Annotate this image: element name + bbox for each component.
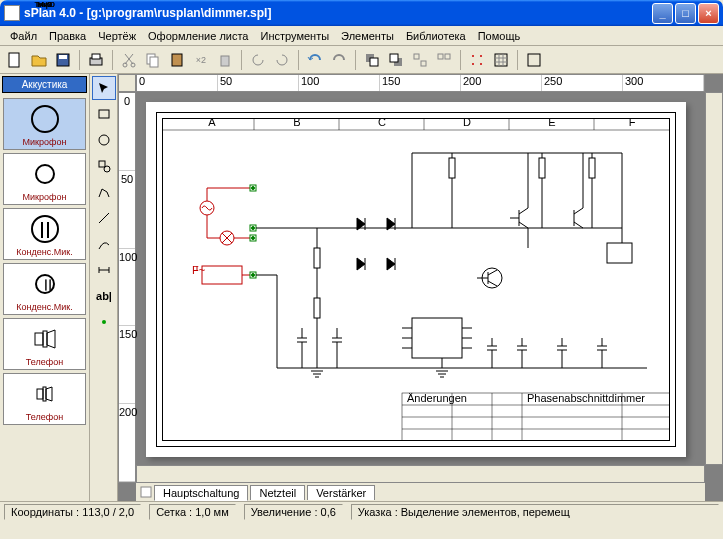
svg-line-37 — [99, 213, 109, 223]
component-item[interactable]: Мк0 Конденс.Мик. — [3, 208, 86, 260]
svg-rect-162 — [141, 487, 151, 497]
scrollbar-horizontal[interactable] — [136, 465, 705, 483]
svg-rect-0 — [9, 53, 19, 67]
ruler-horizontal: 0 50 100 150 200 250 300 — [136, 74, 705, 92]
duplicate-icon[interactable]: ×2 — [190, 49, 212, 71]
svg-rect-9 — [172, 54, 182, 66]
status-zoom: Увеличение : 0,6 — [244, 504, 343, 520]
svg-rect-8 — [150, 57, 158, 67]
save-icon[interactable] — [52, 49, 74, 71]
menu-library[interactable]: Библиотека — [400, 28, 472, 44]
sheet-tabs: Hauptschaltung Netzteil Verstärker — [136, 483, 705, 501]
undo-icon[interactable] — [304, 49, 326, 71]
sheet-tab[interactable]: Hauptschaltung — [154, 485, 248, 501]
component-item[interactable]: Мк0 Микрофон — [3, 98, 86, 150]
svg-rect-16 — [421, 61, 426, 66]
svg-point-5 — [123, 63, 127, 67]
new-icon[interactable] — [4, 49, 26, 71]
minimize-button[interactable]: _ — [652, 3, 673, 24]
add-sheet-icon[interactable] — [140, 486, 152, 498]
main-area: Аккустика Мк0 Микрофон Мк0 Микрофон Мк0 … — [0, 74, 723, 501]
component-panel: Аккустика Мк0 Микрофон Мк0 Микрофон Мк0 … — [0, 74, 90, 501]
svg-point-19 — [472, 55, 474, 57]
svg-rect-23 — [495, 54, 507, 66]
sheet-tab[interactable]: Netzteil — [250, 485, 305, 500]
schematic-page[interactable]: ABC DEF — [146, 102, 686, 457]
open-icon[interactable] — [28, 49, 50, 71]
menu-drawing[interactable]: Чертёж — [92, 28, 142, 44]
point-tool-icon[interactable] — [92, 310, 116, 334]
svg-rect-15 — [414, 54, 419, 59]
svg-rect-35 — [99, 161, 105, 167]
polygon-tool-icon[interactable] — [92, 180, 116, 204]
line-tool-icon[interactable] — [92, 206, 116, 230]
scrollbar-vertical[interactable] — [705, 92, 723, 465]
svg-rect-31 — [37, 389, 43, 399]
ruler-corner — [118, 74, 136, 92]
svg-point-21 — [472, 63, 474, 65]
svg-rect-30 — [43, 331, 47, 347]
svg-rect-32 — [43, 387, 46, 401]
copy-icon[interactable] — [142, 49, 164, 71]
front-icon[interactable] — [361, 49, 383, 71]
ungroup-icon[interactable] — [433, 49, 455, 71]
sheet-tab[interactable]: Verstärker — [307, 485, 375, 500]
zoom-fit-icon[interactable] — [523, 49, 545, 71]
svg-point-20 — [480, 55, 482, 57]
dimension-tool-icon[interactable] — [92, 258, 116, 282]
svg-rect-1 — [57, 54, 69, 66]
rotate-left-icon[interactable] — [247, 49, 269, 71]
status-hint: Указка : Выделение элементов, перемещ — [351, 504, 719, 520]
svg-rect-10 — [221, 56, 229, 66]
svg-rect-33 — [99, 110, 109, 118]
svg-rect-4 — [92, 54, 100, 59]
component-list[interactable]: Мк0 Микрофон Мк0 Микрофон Мк0 Конденс.Ми… — [0, 95, 89, 501]
component-item[interactable]: Тлф0 Телефон — [3, 318, 86, 370]
canvas-area: 0 50 100 150 200 250 300 0 50 100 150 20… — [118, 74, 723, 501]
svg-point-6 — [131, 63, 135, 67]
paste-icon[interactable] — [166, 49, 188, 71]
svg-rect-11 — [366, 54, 374, 62]
maximize-button[interactable]: □ — [675, 3, 696, 24]
svg-rect-28 — [528, 54, 540, 66]
canvas-viewport[interactable]: ABC DEF — [136, 92, 705, 465]
close-button[interactable]: × — [698, 3, 719, 24]
menu-sheet[interactable]: Оформление листа — [142, 28, 254, 44]
redo-icon[interactable] — [328, 49, 350, 71]
grid-icon[interactable] — [490, 49, 512, 71]
main-toolbar: ×2 — [0, 46, 723, 74]
print-icon[interactable] — [85, 49, 107, 71]
svg-point-34 — [99, 135, 109, 145]
svg-rect-14 — [390, 54, 398, 62]
svg-rect-13 — [394, 58, 402, 66]
delete-icon[interactable] — [214, 49, 236, 71]
rotate-right-icon[interactable] — [271, 49, 293, 71]
status-coords: Координаты : 113,0 / 2,0 — [4, 504, 141, 520]
text-tool-icon[interactable]: ab| — [92, 284, 116, 308]
window-title: sPlan 4.0 - [g:\program\rusplan\dimmer.s… — [24, 6, 652, 20]
component-item[interactable]: Мк0 Конденс.Мик. — [3, 263, 86, 315]
select-tool-icon[interactable] — [92, 76, 116, 100]
menu-elements[interactable]: Элементы — [335, 28, 400, 44]
component-item[interactable]: Тлф0 Телефон — [3, 373, 86, 425]
menu-edit[interactable]: Правка — [43, 28, 92, 44]
special-tool-icon[interactable] — [92, 154, 116, 178]
snap-icon[interactable] — [466, 49, 488, 71]
category-dropdown[interactable]: Аккустика — [2, 76, 87, 93]
curve-tool-icon[interactable] — [92, 232, 116, 256]
cut-icon[interactable] — [118, 49, 140, 71]
menu-tools[interactable]: Инструменты — [255, 28, 336, 44]
rect-tool-icon[interactable] — [92, 102, 116, 126]
menu-help[interactable]: Помощь — [472, 28, 527, 44]
status-grid: Сетка : 1,0 мм — [149, 504, 236, 520]
svg-rect-17 — [438, 54, 443, 59]
app-icon — [4, 5, 20, 21]
svg-rect-18 — [445, 54, 450, 59]
svg-point-36 — [104, 166, 110, 172]
component-item[interactable]: Мк0 Микрофон — [3, 153, 86, 205]
menu-file[interactable]: Файл — [4, 28, 43, 44]
group-icon[interactable] — [409, 49, 431, 71]
svg-rect-7 — [147, 54, 155, 64]
circle-tool-icon[interactable] — [92, 128, 116, 152]
back-icon[interactable] — [385, 49, 407, 71]
